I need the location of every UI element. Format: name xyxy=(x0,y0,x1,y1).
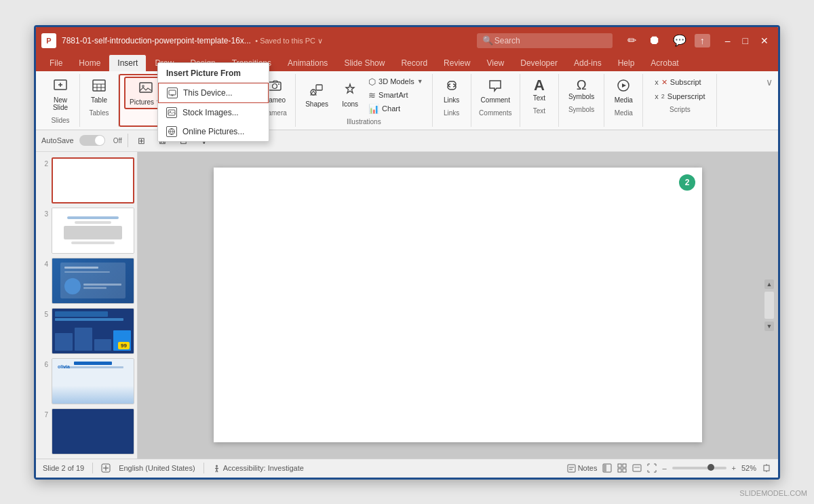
fit-slide-button[interactable] xyxy=(647,463,657,473)
saved-status: • Saved to this PC ∨ xyxy=(253,37,323,45)
text-button[interactable]: A Text xyxy=(526,75,553,104)
svg-rect-40 xyxy=(568,465,575,472)
watermark: SLIDEMODEL.COM xyxy=(739,489,807,497)
svg-rect-47 xyxy=(618,469,621,472)
table-icon xyxy=(92,78,106,95)
accessibility-text[interactable]: Accessibility: Investigate xyxy=(212,464,304,473)
tab-record[interactable]: Record xyxy=(393,55,435,71)
chat-icon[interactable]: 💬 xyxy=(669,33,691,48)
links-button[interactable]: Links xyxy=(438,75,465,106)
view-normal-button[interactable] xyxy=(602,463,612,473)
icons-icon xyxy=(343,82,357,99)
zoom-plus-button[interactable]: + xyxy=(732,464,736,472)
table-button[interactable]: Table xyxy=(85,75,113,106)
3d-models-button[interactable]: ⬡ 3D Models ▼ xyxy=(365,75,427,88)
media-button[interactable]: Media xyxy=(610,75,637,106)
online-pictures-icon xyxy=(166,126,177,137)
chart-button[interactable]: 📊 Chart xyxy=(365,102,427,115)
tab-addins[interactable]: Add-ins xyxy=(566,55,610,71)
maximize-button[interactable]: □ xyxy=(739,34,752,47)
slide-item-5[interactable]: 5 xyxy=(39,308,134,354)
zoom-minus-button[interactable]: – xyxy=(662,464,666,472)
scripts-group-label: Scripts xyxy=(670,106,691,113)
tab-review[interactable]: Review xyxy=(435,55,478,71)
tab-developer[interactable]: Developer xyxy=(512,55,566,71)
zoom-slider[interactable] xyxy=(672,467,726,469)
fit-page-button[interactable] xyxy=(762,463,771,473)
slide-item-4[interactable]: 4 xyxy=(39,258,134,304)
tab-insert[interactable]: Insert xyxy=(109,54,147,71)
ribbon-group-slides: NewSlide Slides xyxy=(41,74,80,127)
shapes-button[interactable]: Shapes xyxy=(301,75,332,115)
toggle-knob xyxy=(95,136,104,145)
slide-thumb-3[interactable] xyxy=(52,208,134,254)
superscript-button[interactable]: x2 Superscript xyxy=(651,91,708,102)
pen-icon[interactable]: ✏ xyxy=(623,33,640,48)
slide-item-3[interactable]: 3 xyxy=(39,208,134,254)
svg-point-20 xyxy=(278,83,279,85)
new-slide-button[interactable]: NewSlide xyxy=(47,75,74,114)
slide-thumb-7[interactable] xyxy=(52,408,134,454)
comment-button[interactable]: Comment xyxy=(477,75,514,106)
filename-label: 7881-01-self-introduction-powerpoint-tem… xyxy=(62,36,471,45)
dropdown-item-this-device[interactable]: This Device... xyxy=(158,83,269,103)
record-icon[interactable]: ⏺ xyxy=(644,32,665,49)
title-bar: P 7881-01-self-introduction-powerpoint-t… xyxy=(36,27,778,54)
status-sep-2 xyxy=(204,463,204,473)
tab-slideshow[interactable]: Slide Show xyxy=(336,55,393,71)
slide-number-6: 6 xyxy=(39,358,48,368)
this-device-label: This Device... xyxy=(183,88,233,98)
autosave-toggle[interactable] xyxy=(79,135,105,146)
pictures-icon xyxy=(138,80,153,97)
svg-rect-48 xyxy=(623,469,626,472)
share-icon[interactable]: ↑ xyxy=(695,34,710,47)
slide-item-2[interactable]: 2 xyxy=(39,157,134,203)
notes-button[interactable]: Notes xyxy=(567,464,598,473)
slide-panel: 2 3 xyxy=(36,152,138,459)
symbols-group-label: Symbols xyxy=(568,106,594,113)
smartart-icon: ≋ xyxy=(368,90,376,100)
tab-view[interactable]: View xyxy=(478,55,512,71)
close-button[interactable]: ✕ xyxy=(756,34,773,47)
toolbar-separator xyxy=(128,134,128,147)
view-reading-button[interactable] xyxy=(632,463,642,473)
autosave-label: AutoSave xyxy=(41,136,74,144)
table-label: Table xyxy=(91,96,107,104)
slide-5-content: 99 xyxy=(52,309,134,353)
svg-line-39 xyxy=(216,470,218,472)
subscript-button[interactable]: x✕ Subscript xyxy=(651,77,708,88)
view-slide-sorter-button[interactable] xyxy=(617,463,627,473)
dropdown-item-stock-images[interactable]: Stock Images... xyxy=(158,103,269,122)
tab-animations[interactable]: Animations xyxy=(279,55,336,71)
search-input[interactable] xyxy=(477,33,613,48)
svg-rect-46 xyxy=(623,464,626,467)
new-slide-label: NewSlide xyxy=(53,96,68,111)
tab-file[interactable]: File xyxy=(41,55,71,71)
spell-check-icon[interactable] xyxy=(101,463,111,473)
tab-acrobat[interactable]: Acrobat xyxy=(642,55,686,71)
minimize-button[interactable]: – xyxy=(721,34,735,47)
slide-item-6[interactable]: 6 olivia xyxy=(39,358,134,404)
scroll-down-arrow[interactable]: ▼ xyxy=(764,322,774,331)
status-sep-1 xyxy=(92,463,93,473)
app-window: P 7881-01-self-introduction-powerpoint-t… xyxy=(34,25,780,480)
smartart-button[interactable]: ≋ SmartArt xyxy=(365,89,427,102)
icons-button[interactable]: Icons xyxy=(336,75,364,115)
scroll-up-arrow[interactable]: ▲ xyxy=(764,279,774,289)
svg-rect-49 xyxy=(633,465,641,471)
slide-number-4: 4 xyxy=(39,258,48,268)
slide-thumb-2[interactable] xyxy=(52,157,134,203)
slide-item-7[interactable]: 7 xyxy=(39,408,134,454)
layout-btn-1[interactable]: ⊞ xyxy=(134,134,149,147)
ribbon-expand-icon[interactable]: ∨ xyxy=(766,77,773,88)
slide-number-5: 5 xyxy=(39,308,48,318)
this-device-icon xyxy=(167,88,178,98)
dropdown-item-online-pictures[interactable]: Online Pictures... xyxy=(158,122,269,141)
slide-thumb-6[interactable]: olivia xyxy=(52,358,134,404)
tab-home[interactable]: Home xyxy=(71,55,109,71)
tab-help[interactable]: Help xyxy=(610,55,643,71)
symbols-button[interactable]: Ω Symbols xyxy=(564,75,598,103)
slide-thumb-4[interactable] xyxy=(52,258,134,304)
cameo-icon xyxy=(267,78,282,95)
slide-thumb-5[interactable]: 99 xyxy=(52,308,134,354)
